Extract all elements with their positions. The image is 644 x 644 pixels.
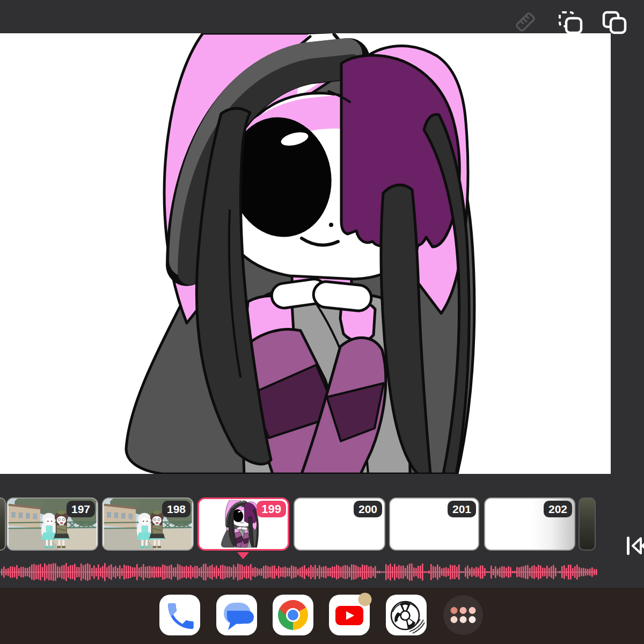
frame-number-badge: 198 — [162, 501, 191, 517]
messages-app-icon[interactable] — [216, 595, 257, 635]
frame-200[interactable]: 200 — [294, 497, 385, 551]
frame-number-badge: 197 — [67, 501, 95, 517]
frame-timeline[interactable]: 197 198 199 200 201 202 — [0, 480, 644, 588]
frame-partial-right[interactable] — [579, 497, 596, 551]
phone-icon — [159, 595, 200, 635]
frame-number-badge: 202 — [544, 501, 572, 517]
frame-number-badge: 200 — [354, 501, 382, 517]
youtube-icon — [329, 595, 372, 635]
skip-to-start-icon[interactable] — [626, 536, 644, 556]
frame-202[interactable]: 202 — [484, 497, 575, 551]
copy-selection-icon[interactable] — [558, 11, 583, 34]
chrome-app-icon[interactable] — [273, 595, 313, 635]
frame-201[interactable]: 201 — [389, 497, 479, 551]
current-frame-marker — [237, 552, 249, 559]
android-dock — [0, 588, 644, 644]
phone-app-icon[interactable] — [159, 595, 200, 635]
youtube-app-icon[interactable] — [329, 595, 370, 635]
frame-199-selected[interactable]: 199 — [197, 497, 289, 551]
frame-number-badge: 199 — [257, 501, 286, 517]
canvas-drawing — [0, 33, 611, 474]
audio-waveform[interactable] — [0, 560, 644, 584]
duplicate-frame-icon[interactable] — [602, 11, 627, 34]
fan-reel-icon — [386, 595, 427, 635]
frame-198[interactable]: 198 — [102, 497, 194, 551]
frame-197[interactable]: 197 — [6, 497, 98, 551]
ruler-icon[interactable] — [514, 11, 537, 33]
app-drawer-button[interactable] — [443, 595, 483, 635]
top-toolbar — [0, 0, 644, 33]
frame-partial-left[interactable] — [0, 497, 6, 551]
frame-number-badge: 201 — [448, 501, 476, 517]
animation-app-icon[interactable] — [386, 595, 427, 635]
chrome-icon — [273, 595, 313, 635]
messages-icon — [216, 595, 257, 635]
drawing-canvas[interactable] — [0, 33, 611, 474]
app-drawer-dots-icon — [443, 595, 483, 635]
notification-dot — [358, 593, 372, 606]
